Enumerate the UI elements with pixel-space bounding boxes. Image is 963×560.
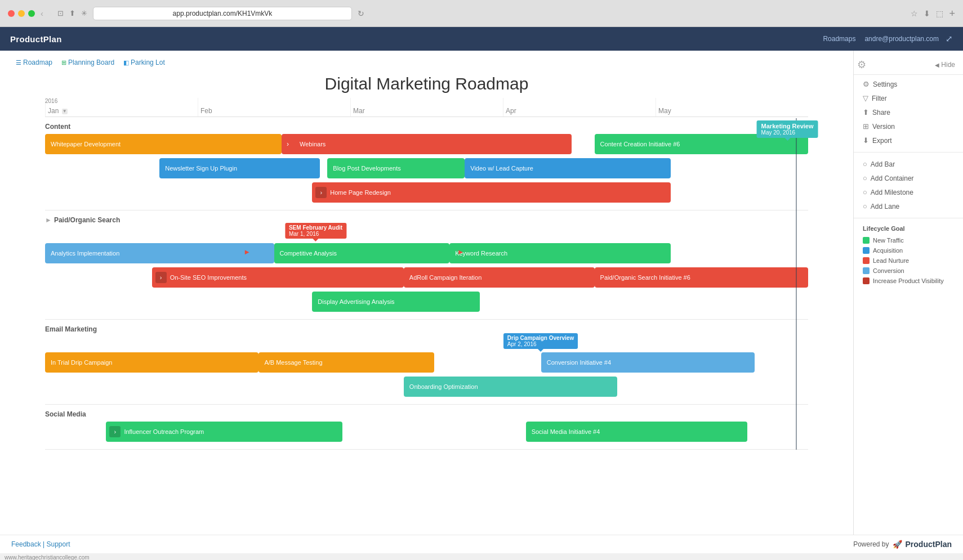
bar-analytics[interactable]: Analytics Implementation [45, 243, 274, 263]
legend-title: Lifecycle Goal [854, 223, 963, 235]
add-lane-icon: ○ [863, 202, 867, 210]
new-tab-button[interactable]: + [949, 8, 955, 19]
planning-board-icon: ⊞ [61, 59, 66, 66]
main-layout: ☰ Roadmap ⊞ Planning Board ◧ Parking Lot… [0, 51, 963, 535]
footer-links[interactable]: Feedback | Support [11, 540, 70, 548]
lane-paid-organic-header: ► Paid/Organic Search [45, 214, 808, 227]
roadmap-area: ☰ Roadmap ⊞ Planning Board ◧ Parking Lot… [0, 51, 853, 535]
email-row-1: In Trial Drip Campaign A/B Message Testi… [45, 352, 808, 374]
fullscreen-icon[interactable]: ⤢ [946, 34, 953, 44]
milestone-drip: Drip Campaign Overview Apr 2, 2016 [503, 333, 578, 349]
bar-trial[interactable]: In Trial Drip Campaign [45, 352, 258, 373]
bar-keyword[interactable]: Keyword Research [449, 243, 671, 263]
sidebar-export[interactable]: ⬇ Export [854, 133, 963, 147]
share-button[interactable]: ⬆ [69, 9, 75, 17]
bar-onboarding[interactable]: Onboarding Optimization [404, 377, 617, 397]
lane-email: Email Marketing Drip Campaign Overview A… [45, 320, 808, 405]
footer-logo-icon: 🚀 [893, 540, 902, 549]
timeline-header: 2016 Jan ▼ Feb Mar Apr May [45, 98, 808, 117]
roadmaps-link[interactable]: Roadmaps [823, 35, 855, 43]
email-row-2: Onboarding Optimization [45, 377, 808, 398]
month-jan: Jan ▼ [45, 98, 198, 117]
content-row-2: Newsletter Sign Up Plugin Blog Post Deve… [45, 158, 808, 180]
right-sidebar: ⚙ ◀ Hide ⚙ Settings ▽ Filter ⬆ Share ⊞ V… [853, 51, 963, 535]
paid-row-3: Display Advertising Analysis [45, 292, 808, 313]
sidebar-add-milestone[interactable]: ○ Add Milestone [854, 185, 963, 199]
bar-newsletter[interactable]: Newsletter Sign Up Plugin [159, 158, 320, 178]
month-mar: Mar [350, 98, 503, 117]
sidebar-filter[interactable]: ▽ Filter [854, 91, 963, 105]
share-icon: ⬆ [863, 108, 869, 117]
bar-social-initiative[interactable]: Social Media Initiative #4 [526, 422, 747, 442]
traffic-light-red[interactable] [8, 10, 15, 17]
app-logo: ProductPlan [10, 34, 62, 44]
footer: Feedback | Support Powered by 🚀 ProductP… [0, 535, 963, 553]
gantt-container: 2016 Jan ▼ Feb Mar Apr May Marketing Rev… [0, 98, 853, 450]
refresh-button[interactable]: ↻ [358, 9, 364, 18]
lane-email-header: Email Marketing [45, 323, 808, 337]
footer-logo: ProductPlan [906, 540, 952, 549]
roadmap-icon: ☰ [16, 59, 21, 66]
planning-board-tab[interactable]: ⊞ Planning Board [57, 56, 119, 69]
bookmark-button[interactable]: ☆ [911, 9, 918, 18]
month-apr: Apr [503, 98, 656, 117]
download-button[interactable]: ⬇ [924, 9, 930, 18]
lane-content: Content Whitepaper Development › Webinar… [45, 117, 808, 210]
address-bar[interactable]: app.productplan.com/KH1VmkVk [93, 7, 352, 20]
sidebar-add-lane[interactable]: ○ Add Lane [854, 199, 963, 213]
bar-adroll[interactable]: AdRoll Campaign Iteration [404, 267, 595, 288]
hide-btn[interactable]: ◀ Hide [935, 59, 960, 71]
traffic-light-green[interactable] [28, 10, 35, 17]
app-header: ProductPlan Roadmaps andre@productplan.c… [0, 27, 963, 51]
bar-display[interactable]: Display Advertising Analysis [312, 292, 480, 312]
sidebar-version[interactable]: ⊞ Version [854, 119, 963, 133]
parking-lot-tab[interactable]: ◧ Parking Lot [119, 56, 170, 69]
bar-homepage[interactable]: › Home Page Redesign [312, 182, 671, 203]
extensions-button[interactable]: ✳ [81, 9, 87, 17]
window-button[interactable]: ⬚ [936, 9, 943, 18]
bar-competitive[interactable]: Competitive Analysis [274, 243, 450, 263]
filter-icon: ▽ [863, 94, 868, 102]
bar-influencer[interactable]: › Influencer Outreach Program [106, 422, 342, 442]
today-vertical-line [796, 118, 797, 450]
bar-conversion[interactable]: Conversion Initiative #4 [541, 352, 755, 373]
milestone-arrow-1: ► [243, 248, 251, 256]
bar-blog-post[interactable]: Blog Post Developments [327, 158, 465, 178]
add-milestone-icon: ○ [863, 188, 867, 196]
status-bar: www.heritagechristiancollege.com [0, 553, 963, 560]
forward-button[interactable]: › [49, 8, 52, 18]
gear-button[interactable]: ⚙ [857, 59, 866, 71]
settings-icon: ⚙ [863, 80, 870, 88]
paid-row-2: › On-Site SEO Improvements AdRoll Campai… [45, 267, 808, 289]
year-label: 2016 [45, 98, 57, 104]
content-row-1: Whitepaper Development › Webinars Conten… [45, 134, 808, 155]
bar-webinars[interactable]: Webinars [294, 134, 572, 154]
legend-conversion: Conversion [854, 266, 963, 276]
bar-ab-testing[interactable]: A/B Message Testing [258, 352, 434, 373]
lane-social: Social Media › Influencer Outreach Progr… [45, 405, 808, 450]
add-bar-icon: ○ [863, 160, 867, 168]
export-icon: ⬇ [863, 136, 869, 145]
browser-chrome: ‹ › ⊡ ⬆ ✳ app.productplan.com/KH1VmkVk ↻… [0, 0, 963, 27]
social-row-1: › Influencer Outreach Program Social Med… [45, 422, 808, 443]
milestone-marketing-review: Marketing Review May 20, 2016 [757, 120, 818, 138]
sidebar-settings[interactable]: ⚙ Settings [854, 77, 963, 91]
legend-acquisition: Acquisition [854, 245, 963, 256]
expand-btn-1[interactable]: › [282, 134, 294, 154]
lane-paid-organic-expand[interactable]: ► [45, 216, 52, 224]
sidebar-add-container[interactable]: ○ Add Container [854, 171, 963, 185]
legend-new-traffic: New Traffic [854, 235, 963, 245]
user-menu[interactable]: andre@productplan.com [864, 35, 939, 43]
bar-paid-initiative[interactable]: Paid/Organic Search Initiative #6 [595, 267, 808, 288]
sidebar-add-bar[interactable]: ○ Add Bar [854, 157, 963, 171]
roadmap-tab[interactable]: ☰ Roadmap [11, 56, 57, 69]
bar-video[interactable]: Video w/ Lead Capture [465, 158, 671, 178]
content-row-3: › Home Page Redesign [45, 182, 808, 204]
traffic-light-yellow[interactable] [18, 10, 25, 17]
back-button[interactable]: ‹ [41, 8, 43, 18]
tab-view-button[interactable]: ⊡ [57, 9, 64, 17]
sidebar-share[interactable]: ⬆ Share [854, 105, 963, 119]
bar-seo[interactable]: › On-Site SEO Improvements [152, 267, 404, 288]
bar-whitepaper[interactable]: Whitepaper Development [45, 134, 282, 154]
milestone-sem: SEM February Audit Mar 1, 2016 [285, 223, 346, 239]
